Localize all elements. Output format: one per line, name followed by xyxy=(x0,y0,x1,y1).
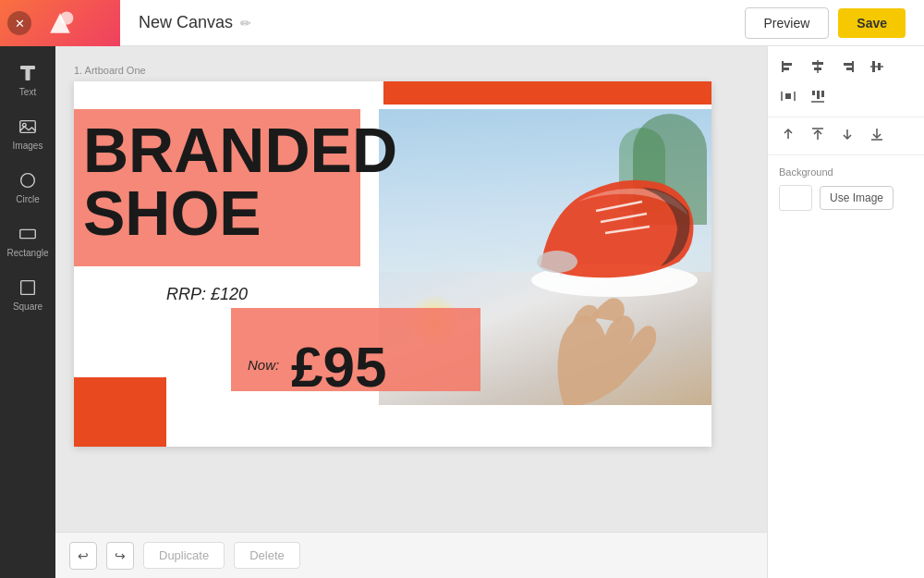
move-down-tool[interactable] xyxy=(834,121,860,147)
sidebar: Text Images Circle Rectangle xyxy=(0,46,55,578)
sidebar-item-text[interactable]: Text xyxy=(3,55,53,105)
edit-title-icon[interactable]: ✏ xyxy=(240,16,251,31)
svg-point-0 xyxy=(60,11,73,24)
svg-rect-24 xyxy=(878,63,881,70)
duplicate-button[interactable]: Duplicate xyxy=(143,542,225,569)
header-title-area: New Canvas ✏ xyxy=(120,13,726,32)
align-middle-icon xyxy=(869,59,884,74)
svg-rect-14 xyxy=(784,63,792,66)
header: ✕ New Canvas ✏ Preview Save xyxy=(0,0,924,46)
delete-button[interactable]: Delete xyxy=(234,542,300,569)
images-icon xyxy=(18,117,38,137)
use-image-button[interactable]: Use Image xyxy=(820,186,894,210)
artboard[interactable]: BRANDED SHOE RRP: £120 Now: £95 xyxy=(74,81,711,447)
align-left-tool[interactable] xyxy=(775,54,801,80)
svg-rect-29 xyxy=(817,91,820,99)
artboard-price-text: £95 xyxy=(291,338,386,396)
right-panel: Background Use Image xyxy=(767,46,924,578)
distribute-v-icon xyxy=(810,89,825,104)
header-actions: Preview Save xyxy=(726,7,925,39)
distribute-v-tool[interactable] xyxy=(805,83,831,109)
sidebar-item-square[interactable]: Square xyxy=(3,270,53,319)
sidebar-item-rectangle[interactable]: Rectangle xyxy=(3,216,53,265)
text-icon xyxy=(18,63,38,83)
svg-rect-2 xyxy=(26,68,30,80)
move-down-icon xyxy=(840,127,855,141)
artboard-title-text: BRANDED SHOE xyxy=(83,118,397,244)
svg-rect-7 xyxy=(21,281,35,295)
sidebar-circle-label: Circle xyxy=(16,194,40,204)
move-top-icon xyxy=(810,127,825,141)
svg-rect-21 xyxy=(846,68,852,70)
move-up-icon xyxy=(781,127,796,141)
svg-rect-28 xyxy=(812,91,815,95)
undo-button[interactable]: ↩ xyxy=(69,542,97,570)
red-bottom-block xyxy=(74,377,166,447)
square-icon xyxy=(18,277,38,298)
sidebar-images-label: Images xyxy=(13,141,43,151)
move-bottom-tool[interactable] xyxy=(864,121,890,147)
sidebar-item-images[interactable]: Images xyxy=(3,109,53,158)
align-middle-tool[interactable] xyxy=(864,54,890,80)
svg-rect-20 xyxy=(844,63,852,66)
svg-rect-27 xyxy=(785,93,791,99)
distribute-h-tool[interactable] xyxy=(775,83,801,109)
color-row: Use Image xyxy=(779,185,913,211)
align-left-icon xyxy=(781,59,796,74)
align-right-tool[interactable] xyxy=(834,54,860,80)
bottom-bar: ↩ ↪ Duplicate Delete xyxy=(55,532,767,578)
red-top-strip xyxy=(383,81,711,105)
svg-rect-23 xyxy=(872,61,875,72)
svg-rect-3 xyxy=(20,121,36,133)
move-top-tool[interactable] xyxy=(805,121,831,147)
align-center-h-tool[interactable] xyxy=(805,54,831,80)
svg-rect-15 xyxy=(784,68,789,70)
distribute-h-icon xyxy=(781,89,796,104)
hand-svg xyxy=(527,257,665,405)
logo-icon xyxy=(43,6,77,40)
close-button[interactable]: ✕ xyxy=(7,11,31,35)
redo-button[interactable]: ↪ xyxy=(106,542,134,570)
sidebar-square-label: Square xyxy=(13,301,43,312)
svg-rect-17 xyxy=(812,62,823,65)
circle-icon xyxy=(18,170,38,191)
svg-rect-6 xyxy=(20,229,36,238)
sidebar-rectangle-label: Rectangle xyxy=(6,248,48,258)
svg-point-5 xyxy=(21,174,35,188)
preview-button[interactable]: Preview xyxy=(745,7,830,39)
canvas-title: New Canvas xyxy=(139,13,233,32)
align-center-h-icon xyxy=(810,59,825,74)
artboard-rrp-text: RRP: £120 xyxy=(166,285,248,304)
canvas-column: 1. Artboard One xyxy=(55,46,767,578)
rectangle-icon xyxy=(18,224,38,244)
background-section: Background Use Image xyxy=(768,155,924,222)
save-button[interactable]: Save xyxy=(838,8,906,38)
canvas-area: 1. Artboard One xyxy=(55,46,767,532)
artboard-label: 1. Artboard One xyxy=(74,65,748,76)
main-layout: Text Images Circle Rectangle xyxy=(0,46,924,578)
svg-rect-18 xyxy=(814,68,821,70)
sidebar-item-circle[interactable]: Circle xyxy=(3,163,53,212)
sidebar-text-label: Text xyxy=(19,87,36,97)
panel-toolbar-row2 xyxy=(768,117,924,155)
now-label: Now: xyxy=(248,357,279,373)
move-up-tool[interactable] xyxy=(775,121,801,147)
svg-rect-30 xyxy=(821,91,824,97)
move-bottom-icon xyxy=(869,127,884,141)
panel-toolbar-row1 xyxy=(768,46,924,117)
background-color-swatch[interactable] xyxy=(779,185,812,211)
align-right-icon xyxy=(840,59,855,74)
background-label: Background xyxy=(779,166,913,178)
